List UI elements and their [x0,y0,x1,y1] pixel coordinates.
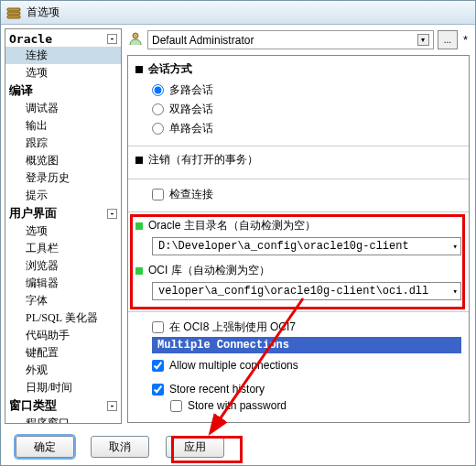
tree-item[interactable]: 输出 [5,117,121,135]
tree-item[interactable]: 日期/时间 [5,379,121,396]
window-title: 首选项 [27,5,60,20]
titlebar: 首选项 [1,1,475,25]
tree-item[interactable]: 程序窗口 [5,415,121,424]
checkbox-label: Store recent history [169,383,265,396]
admin-dropdown[interactable]: Default Administrator ▾ [147,30,434,49]
tree-cat-wintype[interactable]: 窗口类型 - [5,396,121,415]
oci-lib-value: veloper\a_config\oracle10g-client\oci.dl… [158,285,428,298]
checkbox-input[interactable] [152,321,164,333]
tree-item[interactable]: 选项 [5,222,121,240]
tree-cat-label: 编译 [9,82,33,99]
allow-multi-conn[interactable]: Allow multiple connections [135,357,461,374]
radio-multi-session[interactable]: 多路会话 [135,81,461,100]
button-bar: 确定 取消 应用 [1,432,475,461]
ok-button[interactable]: 确定 [16,436,74,458]
checkbox-label: 在 OCI8 上强制使用 OCI7 [169,320,296,335]
tree-cat-label: 窗口类型 [9,397,57,414]
apply-button[interactable]: 应用 [166,436,224,458]
collapse-icon[interactable]: - [107,34,117,44]
tree-item[interactable]: 选项 [5,64,121,81]
tree-item[interactable]: PL/SQL 美化器 [5,309,121,327]
tree-item[interactable]: 登录历史 [5,169,121,187]
oci-lib-label: OCI 库（自动检测为空） [148,263,270,278]
section-marker-green [135,267,143,275]
radio-input[interactable] [152,84,164,96]
modified-indicator: * [461,33,470,47]
svg-point-3 [133,33,138,38]
cancel-button[interactable]: 取消 [91,436,149,458]
tree-item[interactable]: 提示 [5,187,121,204]
tree-item[interactable]: 键配置 [5,344,121,362]
tree-item[interactable]: 工具栏 [5,240,121,257]
collapse-icon[interactable]: - [107,209,117,219]
svg-rect-0 [7,8,20,11]
tree-cat-oracle[interactable]: Oracle - [5,31,121,47]
checkbox-input[interactable] [152,384,164,396]
checkbox-input[interactable] [170,400,182,412]
tree-item[interactable]: 编辑器 [5,275,121,292]
tree-cat-label: 用户界面 [9,205,57,222]
settings-panel: 会话方式 多路会话 双路会话 单路会话 注销（有打开的事务） 检查连接 Orac… [127,55,470,423]
tree-item[interactable]: 跟踪 [5,135,121,152]
checkbox-label: Allow multiple connections [169,359,298,372]
collapse-icon[interactable]: - [107,401,117,411]
svg-rect-2 [7,16,20,18]
svg-rect-1 [7,12,20,15]
tree-cat-ui[interactable]: 用户界面 - [5,204,121,222]
tree-item[interactable]: 连接 [5,47,121,64]
checkbox-label: 检查连接 [169,187,213,202]
chevron-down-icon: ▾ [453,287,458,297]
radio-input[interactable] [152,123,164,135]
tree-item[interactable]: 浏览器 [5,257,121,275]
radio-label: 双路会话 [169,102,213,117]
store-pwd[interactable]: Store with password [135,397,461,414]
admin-icon [127,30,144,49]
oracle-home-value: D:\Developer\a_config\oracle10g-client [158,240,409,253]
tree-item[interactable]: 外观 [5,362,121,379]
radio-label: 单路会话 [169,121,213,136]
store-recent[interactable]: Store recent history [135,381,461,397]
oracle-home-label: Oracle 主目录名（自动检测为空） [148,218,316,233]
section-header: 注销（有打开的事务） [148,152,258,168]
section-marker [135,157,143,164]
radio-single-session[interactable]: 单路会话 [135,119,461,138]
radio-input[interactable] [152,103,164,115]
chevron-down-icon: ▾ [417,34,429,46]
tree-item[interactable]: 字体 [5,292,121,309]
check-connection[interactable]: 检查连接 [135,185,461,204]
tree-item[interactable]: 调试器 [5,100,121,117]
section-marker [135,66,143,73]
radio-label: 多路会话 [169,82,213,98]
more-button[interactable]: ... [438,30,458,49]
checkbox-input[interactable] [152,360,164,372]
force-oci7[interactable]: 在 OCI8 上强制使用 OCI7 [135,318,461,337]
category-tree[interactable]: Oracle - 连接 选项 编译 调试器 输出 跟踪 概览图 登录历史 提示 … [5,28,122,424]
section-marker-green [135,222,143,230]
app-icon [6,5,21,20]
section-header: 会话方式 [148,61,192,77]
tree-item[interactable]: 概览图 [5,152,121,169]
checkbox-input[interactable] [152,189,164,200]
admin-dropdown-label: Default Administrator [152,34,254,47]
multi-header: Multiple Connections [152,337,461,353]
radio-dual-session[interactable]: 双路会话 [135,100,461,119]
chevron-down-icon: ▾ [453,242,458,252]
tree-item[interactable]: 代码助手 [5,327,121,344]
checkbox-label: Store with password [188,399,287,412]
tree-cat-compile[interactable]: 编译 [5,81,121,100]
oracle-home-dropdown[interactable]: D:\Developer\a_config\oracle10g-client▾ [152,237,461,255]
oci-lib-dropdown[interactable]: veloper\a_config\oracle10g-client\oci.dl… [152,282,461,300]
tree-cat-label: Oracle [9,32,52,46]
